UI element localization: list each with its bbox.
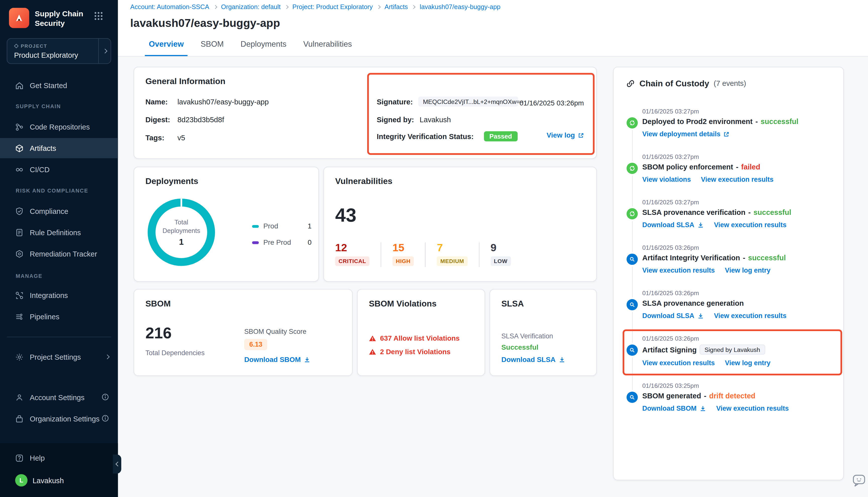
breadcrumb-organization[interactable]: Organization: default	[221, 3, 281, 10]
sidebar-item-label: Remediation Tracker	[30, 250, 97, 258]
view-execution-results-link[interactable]: View execution results	[714, 312, 787, 320]
project-label: PROJECT	[21, 43, 47, 49]
artifact-name-value: lavakush07/easy-buggy-app	[177, 98, 268, 106]
account-icon	[15, 393, 24, 402]
signed-by-value: Lavakush	[420, 115, 451, 124]
view-log-entry-link[interactable]: View log entry	[725, 267, 770, 274]
project-diamond-icon	[14, 44, 18, 48]
chat-bubble-icon[interactable]	[852, 473, 866, 487]
sidebar-item-label: Help	[30, 454, 45, 462]
sidebar-item-pipelines[interactable]: Pipelines	[0, 307, 118, 327]
download-slsa-link[interactable]: Download SLSA	[501, 356, 565, 364]
deny-list-violations-link[interactable]: 2 Deny list Violations	[369, 348, 451, 356]
chain-of-custody-card: Chain of Custody (7 events) 01/16/2025 0…	[613, 67, 844, 480]
project-selector[interactable]: PROJECT Product Exploratory	[7, 38, 111, 64]
sidebar-bottom: Help L Lavakush	[0, 443, 118, 497]
legend-label: Prod	[263, 222, 278, 230]
sbom-violations-card: SBOM Violations 637 Allow list Violation…	[357, 289, 485, 376]
custody-timeline: 01/16/2025 03:27pm Deployed to Prod2 env…	[614, 108, 843, 427]
event-count: (7 events)	[714, 79, 746, 88]
sidebar-divider	[7, 337, 111, 337]
sidebar-item-account-settings[interactable]: Account Settings	[0, 387, 118, 407]
scan-event-icon	[627, 254, 638, 265]
event-timestamp: 01/16/2025 03:26pm	[642, 289, 831, 296]
sidebar-item-compliance[interactable]: Compliance	[0, 201, 118, 221]
event-status: successful	[748, 254, 786, 262]
sidebar-item-code-repositories[interactable]: Code Repositories	[0, 117, 118, 137]
sidebar-item-project-settings[interactable]: Project Settings	[0, 347, 118, 367]
slsa-card: SLSA SLSA Verification Successful Downlo…	[490, 289, 597, 376]
deployment-event-icon	[627, 117, 638, 129]
section-label-manage: MANAGE	[16, 273, 42, 279]
breadcrumb-current[interactable]: lavakush07/easy-buggy-app	[420, 3, 501, 10]
app-logo[interactable]	[9, 8, 29, 28]
user-menu[interactable]: L Lavakush	[0, 470, 118, 490]
divider	[479, 242, 479, 267]
sidebar-item-organization-settings[interactable]: Organization Settings	[0, 408, 118, 428]
view-log-entry-link[interactable]: View log entry	[725, 359, 770, 367]
avatar: L	[15, 474, 27, 486]
sidebar-collapse-handle[interactable]	[113, 455, 121, 474]
allow-list-violations-link[interactable]: 637 Allow list Violations	[369, 334, 460, 342]
annotation-highlight-signature	[367, 73, 594, 155]
download-sbom-link[interactable]: Download SBOM	[244, 356, 310, 364]
breadcrumb-artifacts[interactable]: Artifacts	[384, 3, 408, 10]
event-title: Artifact Signing	[642, 345, 697, 354]
sidebar-item-remediation-tracker[interactable]: Remediation Tracker	[0, 243, 118, 264]
view-execution-results-link[interactable]: View execution results	[716, 404, 789, 412]
chevron-left-icon	[115, 462, 120, 466]
view-execution-results-link[interactable]: View execution results	[714, 221, 787, 229]
grid-icon[interactable]	[95, 12, 103, 20]
legend-item-pre-prod: Pre Prod 0	[252, 239, 312, 246]
tags-value: v5	[177, 133, 185, 142]
view-execution-results-link[interactable]: View execution results	[642, 267, 715, 274]
signed-by-badge: Signed by Lavakush	[699, 345, 765, 355]
breadcrumb-project[interactable]: Project: Product Exploratory	[292, 3, 373, 10]
view-execution-results-link[interactable]: View execution results	[701, 176, 773, 184]
download-slsa-link[interactable]: Download SLSA	[642, 312, 704, 320]
sidebar-item-get-started[interactable]: Get Started	[0, 75, 118, 95]
external-link-icon	[723, 131, 730, 137]
event-title: SBOM policy enforcement	[642, 163, 733, 171]
sidebar-item-rule-definitions[interactable]: Rule Definitions	[0, 222, 118, 242]
sidebar-item-help[interactable]: Help	[0, 448, 118, 468]
severity-low: 9 LOW	[490, 242, 511, 266]
deployments-card: Deployments Total Deployments 1 Prod	[134, 167, 319, 282]
compliance-icon	[15, 207, 24, 215]
critical-count: 12	[335, 242, 369, 253]
signature-timestamp: 01/16/2025 03:26pm	[519, 99, 584, 107]
integrity-status-label: Integrity Verification Status:	[377, 132, 474, 141]
custody-event-artifact-signing: 01/16/2025 03:26pm Artifact Signing Sign…	[626, 335, 831, 367]
download-icon	[697, 313, 704, 319]
scan-event-icon	[627, 299, 638, 310]
view-violations-link[interactable]: View violations	[642, 176, 691, 184]
view-execution-results-link[interactable]: View execution results	[642, 359, 715, 367]
scan-event-icon	[627, 345, 638, 356]
low-count: 9	[490, 242, 511, 253]
total-deployments-value: 1	[179, 237, 184, 246]
severity-medium: 7 MEDIUM	[437, 242, 468, 266]
home-icon	[15, 81, 24, 90]
view-deployment-details-link[interactable]: View deployment details	[642, 130, 729, 138]
sidebar-item-cicd[interactable]: CI/CD	[0, 159, 118, 180]
tab-sbom[interactable]: SBOM	[192, 31, 232, 56]
breadcrumb-account[interactable]: Account: Automation-SSCA	[130, 3, 209, 10]
sbom-total: 216	[145, 324, 171, 342]
download-sbom-link[interactable]: Download SBOM	[642, 404, 706, 412]
view-log-link[interactable]: View log	[547, 131, 584, 139]
tab-deployments[interactable]: Deployments	[232, 31, 295, 56]
event-timestamp: 01/16/2025 03:27pm	[642, 108, 831, 114]
digest-label: Digest:	[145, 115, 172, 124]
sidebar-item-label: Integrations	[30, 291, 68, 299]
deployments-donut-chart: Total Deployments 1	[146, 198, 216, 267]
download-slsa-link[interactable]: Download SLSA	[642, 221, 704, 229]
section-label-risk-compliance: RISK AND COMPLIANCE	[16, 187, 88, 194]
dash: -	[743, 254, 745, 262]
tab-overview[interactable]: Overview	[140, 31, 192, 56]
card-title: Vulnerabilities	[335, 176, 393, 186]
tab-vulnerabilities[interactable]: Vulnerabilities	[295, 31, 360, 56]
remediation-icon	[15, 250, 24, 258]
repo-icon	[15, 123, 24, 131]
sidebar-item-integrations[interactable]: Integrations	[0, 285, 118, 305]
sidebar-item-artifacts[interactable]: Artifacts	[0, 138, 118, 158]
